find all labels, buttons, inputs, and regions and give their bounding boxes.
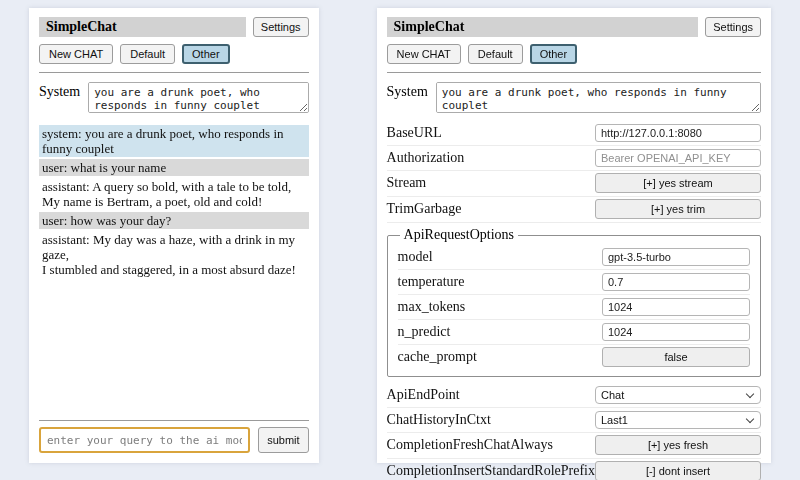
- role-prefix-toggle-button[interactable]: [-] dont insert: [595, 461, 761, 480]
- api-endpoint-label: ApiEndPoint: [387, 387, 460, 403]
- role-prefix-label: CompletionInsertStandardRolePrefix: [387, 463, 595, 479]
- trim-garbage-toggle-button[interactable]: [+] yes trim: [595, 199, 761, 219]
- system-label: System: [387, 82, 428, 113]
- app-title: SimpleChat: [39, 17, 246, 37]
- session-other-button[interactable]: Other: [182, 44, 230, 64]
- session-row: New CHAT Default Other: [39, 44, 309, 64]
- setting-row-n-predict: n_predict: [398, 320, 750, 345]
- setting-row-api-endpoint: ApiEndPoint Chat: [387, 383, 761, 408]
- session-default-button[interactable]: Default: [468, 44, 523, 64]
- panel-settings: SimpleChat Settings New CHAT Default Oth…: [377, 8, 771, 463]
- setting-row-model: model: [398, 245, 750, 270]
- api-request-options-fieldset: ApiRequestOptions model temperature max_…: [387, 227, 761, 377]
- chat-history-label: ChatHistoryInCtxt: [387, 412, 491, 428]
- query-input[interactable]: [39, 427, 250, 453]
- session-row: New CHAT Default Other: [387, 44, 761, 64]
- titlebar: SimpleChat Settings: [39, 17, 309, 37]
- setting-row-role-prefix: CompletionInsertStandardRolePrefix [-] d…: [387, 459, 761, 480]
- stream-toggle-button[interactable]: [+] yes stream: [595, 173, 761, 193]
- cache-prompt-label: cache_prompt: [398, 349, 477, 365]
- model-input[interactable]: [602, 248, 750, 266]
- divider: [387, 72, 761, 73]
- chat-message-list: system: you are a drunk poet, who respon…: [39, 125, 309, 280]
- settings-button[interactable]: Settings: [253, 17, 309, 37]
- setting-row-base-url: BaseURL: [387, 121, 761, 146]
- cache-prompt-toggle-button[interactable]: false: [602, 347, 750, 367]
- setting-row-stream: Stream [+] yes stream: [387, 171, 761, 197]
- n-predict-label: n_predict: [398, 324, 451, 340]
- session-default-button[interactable]: Default: [120, 44, 175, 64]
- temperature-label: temperature: [398, 274, 465, 290]
- stream-label: Stream: [387, 175, 427, 191]
- fresh-chat-toggle-button[interactable]: [+] yes fresh: [595, 435, 761, 455]
- system-row: System you are a drunk poet, who respond…: [39, 82, 309, 113]
- trim-garbage-label: TrimGarbage: [387, 201, 462, 217]
- chat-message-assistant: assistant: My day was a haze, with a dri…: [39, 231, 309, 278]
- authorization-label: Authorization: [387, 150, 465, 166]
- divider: [39, 420, 309, 421]
- setting-row-chat-history: ChatHistoryInCtxt Last1: [387, 408, 761, 433]
- panel-chat: SimpleChat Settings New CHAT Default Oth…: [29, 8, 319, 463]
- divider: [39, 72, 309, 73]
- session-other-button[interactable]: Other: [530, 44, 578, 64]
- settings-button[interactable]: Settings: [705, 17, 761, 37]
- setting-row-temperature: temperature: [398, 270, 750, 295]
- fresh-chat-label: CompletionFreshChatAlways: [387, 437, 553, 453]
- setting-row-trim-garbage: TrimGarbage [+] yes trim: [387, 197, 761, 223]
- base-url-input[interactable]: [595, 124, 761, 142]
- n-predict-input[interactable]: [602, 323, 750, 341]
- max-tokens-input[interactable]: [602, 298, 750, 316]
- api-endpoint-select[interactable]: Chat: [595, 386, 761, 404]
- query-footer: submit: [39, 412, 309, 453]
- chat-history-select[interactable]: Last1: [595, 411, 761, 429]
- chat-message-system: system: you are a drunk poet, who respon…: [39, 125, 309, 157]
- chat-message-user: user: how was your day?: [39, 212, 309, 229]
- temperature-input[interactable]: [602, 273, 750, 291]
- model-label: model: [398, 249, 433, 265]
- page: SimpleChat Settings New CHAT Default Oth…: [0, 0, 800, 480]
- setting-row-cache-prompt: cache_prompt false: [398, 345, 750, 370]
- system-prompt-textarea[interactable]: you are a drunk poet, who responds in fu…: [88, 82, 308, 113]
- setting-row-max-tokens: max_tokens: [398, 295, 750, 320]
- setting-row-authorization: Authorization: [387, 146, 761, 171]
- max-tokens-label: max_tokens: [398, 299, 466, 315]
- query-row: submit: [39, 427, 309, 453]
- api-request-options-legend: ApiRequestOptions: [400, 227, 518, 243]
- authorization-input[interactable]: [595, 149, 761, 167]
- submit-button[interactable]: submit: [258, 427, 308, 453]
- system-label: System: [39, 82, 80, 113]
- chat-message-user: user: what is your name: [39, 159, 309, 176]
- new-chat-button[interactable]: New CHAT: [387, 44, 461, 64]
- app-title: SimpleChat: [387, 17, 699, 37]
- new-chat-button[interactable]: New CHAT: [39, 44, 113, 64]
- system-prompt-textarea[interactable]: you are a drunk poet, who responds in fu…: [436, 82, 761, 113]
- titlebar: SimpleChat Settings: [387, 17, 761, 37]
- chat-message-assistant: assistant: A query so bold, with a tale …: [39, 178, 309, 210]
- settings-list: BaseURL Authorization Stream [+] yes str…: [387, 121, 761, 480]
- setting-row-fresh-chat: CompletionFreshChatAlways [+] yes fresh: [387, 433, 761, 459]
- system-row: System you are a drunk poet, who respond…: [387, 82, 761, 113]
- base-url-label: BaseURL: [387, 125, 442, 141]
